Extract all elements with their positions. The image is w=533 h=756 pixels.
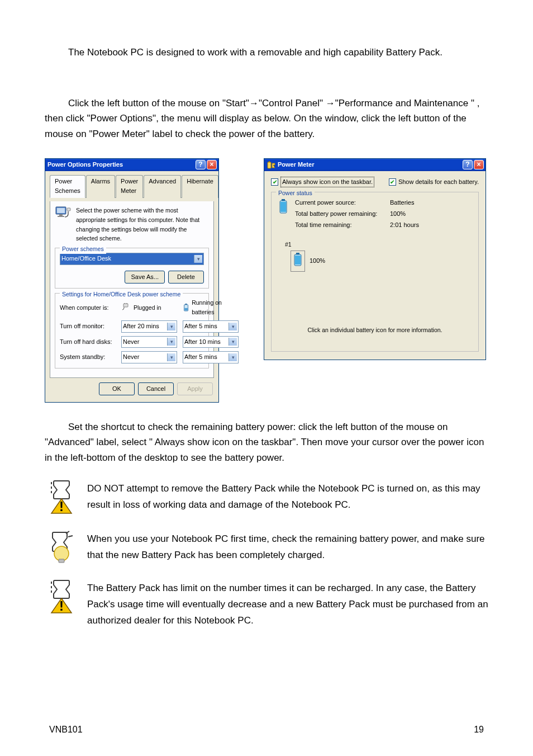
status-key: Current power source: bbox=[295, 198, 390, 208]
screenshots-row: Power Options Properties ? × Power Schem… bbox=[45, 158, 488, 403]
tip-note: When you use your Notebook PC first time… bbox=[45, 529, 488, 568]
plug-icon bbox=[121, 303, 131, 312]
always-show-checkbox[interactable]: ✔ Always show icon on the taskbar. bbox=[271, 177, 374, 188]
tab-power-meter[interactable]: Power Meter bbox=[116, 175, 143, 198]
hand-bulb-icon bbox=[45, 529, 78, 564]
svg-rect-15 bbox=[280, 202, 286, 212]
hdd-plugged-select[interactable]: Never▾ bbox=[121, 336, 177, 348]
navigation-paragraph: Click the left button of the mouse on "S… bbox=[45, 96, 488, 141]
close-button[interactable]: × bbox=[474, 160, 484, 169]
apply-button[interactable]: Apply bbox=[177, 382, 213, 396]
dialog-title: Power Options Properties bbox=[47, 160, 194, 170]
warning-note-2: ! The Battery Pack has limit on the numb… bbox=[45, 578, 488, 629]
checkbox-label: Show details for each battery. bbox=[398, 177, 479, 187]
chevron-down-icon: ▾ bbox=[167, 353, 175, 361]
scheme-select[interactable]: Home/Office Desk ▾ bbox=[60, 253, 204, 265]
dialog-titlebar: Power Meter ? × bbox=[264, 159, 486, 171]
chevron-down-icon: ▾ bbox=[229, 323, 237, 330]
chevron-down-icon: ▾ bbox=[194, 255, 202, 263]
chevron-down-icon: ▾ bbox=[229, 353, 237, 361]
footer-page-number: 19 bbox=[474, 722, 484, 737]
battery-button[interactable] bbox=[291, 251, 305, 272]
close-button[interactable]: × bbox=[207, 160, 217, 169]
svg-rect-2 bbox=[59, 214, 63, 216]
monitor-plugged-select[interactable]: After 20 mins▾ bbox=[121, 320, 177, 333]
help-button[interactable]: ? bbox=[196, 160, 206, 169]
status-value: 2:01 hours bbox=[390, 220, 419, 230]
svg-line-22 bbox=[68, 536, 73, 537]
battery-icon bbox=[183, 303, 189, 313]
svg-rect-18 bbox=[295, 256, 301, 264]
status-value: Batteries bbox=[390, 198, 419, 208]
svg-rect-17 bbox=[296, 253, 299, 254]
tab-hibernate[interactable]: Hibernate bbox=[182, 175, 218, 198]
power-status-group: Power status Current power source:Batter… bbox=[271, 192, 479, 352]
intro-paragraph: The Notebook PC is designed to work with… bbox=[45, 45, 488, 60]
checkbox-label: Always show icon on the taskbar. bbox=[280, 177, 374, 188]
svg-point-23 bbox=[54, 546, 69, 561]
monitor-plug-icon bbox=[55, 206, 72, 221]
power-status-lines: Current power source:Batteries Total bat… bbox=[295, 198, 419, 230]
save-as-button[interactable]: Save As... bbox=[125, 271, 165, 284]
note-text: DO NOT attempt to remove the Battery Pac… bbox=[87, 479, 488, 513]
battery-full-icon bbox=[292, 252, 303, 267]
status-value: 100% bbox=[390, 209, 419, 219]
dialog-titlebar: Power Options Properties ? × bbox=[45, 159, 218, 171]
footer-model: VNB101 bbox=[49, 722, 83, 737]
hdd-batt-select[interactable]: After 10 mins▾ bbox=[183, 336, 239, 348]
svg-text:!: ! bbox=[59, 499, 64, 514]
svg-rect-3 bbox=[58, 216, 64, 217]
battery-index: #1 bbox=[285, 240, 292, 249]
tab-power-schemes[interactable]: Power Schemes bbox=[50, 175, 85, 198]
scheme-description: Select the power scheme with the most ap… bbox=[76, 206, 209, 243]
batteries-header: Running on batteries bbox=[183, 298, 239, 317]
svg-rect-5 bbox=[123, 304, 128, 307]
chevron-down-icon: ▾ bbox=[167, 338, 175, 346]
power-schemes-group: Power schemes Home/Office Desk ▾ Save As… bbox=[55, 248, 209, 289]
scheme-settings-group: Settings for Home/Office Desk power sche… bbox=[55, 293, 209, 368]
svg-rect-24 bbox=[59, 559, 64, 563]
note-text: When you use your Notebook PC first time… bbox=[87, 529, 488, 564]
monitor-batt-select[interactable]: After 5 mins▾ bbox=[183, 320, 239, 333]
scheme-selected-value: Home/Office Desk bbox=[61, 254, 111, 264]
status-key: Total time remaining: bbox=[295, 220, 390, 230]
svg-rect-14 bbox=[282, 199, 285, 201]
power-meter-hint: Click an individual battery icon for mor… bbox=[277, 325, 473, 335]
svg-rect-4 bbox=[67, 208, 70, 211]
when-computer-is-label: When computer is: bbox=[60, 303, 116, 313]
standby-batt-select[interactable]: After 5 mins▾ bbox=[183, 351, 239, 363]
plugged-in-header: Plugged in bbox=[121, 303, 177, 313]
power-meter-title-icon bbox=[266, 160, 275, 169]
status-key: Total battery power remaining: bbox=[295, 209, 390, 219]
svg-rect-12 bbox=[269, 161, 270, 162]
delete-button[interactable]: Delete bbox=[168, 271, 204, 284]
tab-advanced[interactable]: Advanced bbox=[144, 175, 181, 198]
page-footer: VNB101 19 bbox=[0, 722, 533, 737]
standby-plugged-select[interactable]: Never▾ bbox=[121, 351, 177, 363]
checkbox-icon: ✔ bbox=[389, 178, 396, 186]
svg-text:!: ! bbox=[59, 598, 64, 613]
row-label: System standby: bbox=[60, 352, 116, 362]
tab-alarms[interactable]: Alarms bbox=[86, 175, 115, 198]
cancel-button[interactable]: Cancel bbox=[138, 382, 174, 396]
note-text: The Battery Pack has limit on the number… bbox=[87, 578, 488, 629]
battery-percent: 100% bbox=[310, 256, 325, 266]
help-button[interactable]: ? bbox=[463, 160, 473, 169]
battery-status-icon bbox=[277, 198, 289, 215]
warning-note-1: ! DO NOT attempt to remove the Battery P… bbox=[45, 479, 488, 519]
show-details-checkbox[interactable]: ✔ Show details for each battery. bbox=[389, 177, 479, 188]
chevron-down-icon: ▾ bbox=[229, 338, 237, 346]
dialog-tabs: Power Schemes Alarms Power Meter Advance… bbox=[50, 174, 214, 198]
svg-rect-1 bbox=[57, 208, 65, 213]
group-legend: Power schemes bbox=[60, 244, 106, 254]
svg-rect-10 bbox=[184, 308, 187, 310]
checkbox-icon: ✔ bbox=[271, 178, 278, 186]
chevron-down-icon: ▾ bbox=[167, 323, 175, 330]
tab-panel: Select the power scheme with the most ap… bbox=[50, 201, 214, 378]
ok-button[interactable]: OK bbox=[99, 382, 135, 396]
svg-rect-11 bbox=[268, 162, 271, 168]
row-label: Turn off monitor: bbox=[60, 322, 116, 332]
svg-rect-9 bbox=[185, 304, 187, 305]
stop-warning-icon: ! bbox=[45, 479, 78, 514]
row-label: Turn off hard disks: bbox=[60, 337, 116, 347]
